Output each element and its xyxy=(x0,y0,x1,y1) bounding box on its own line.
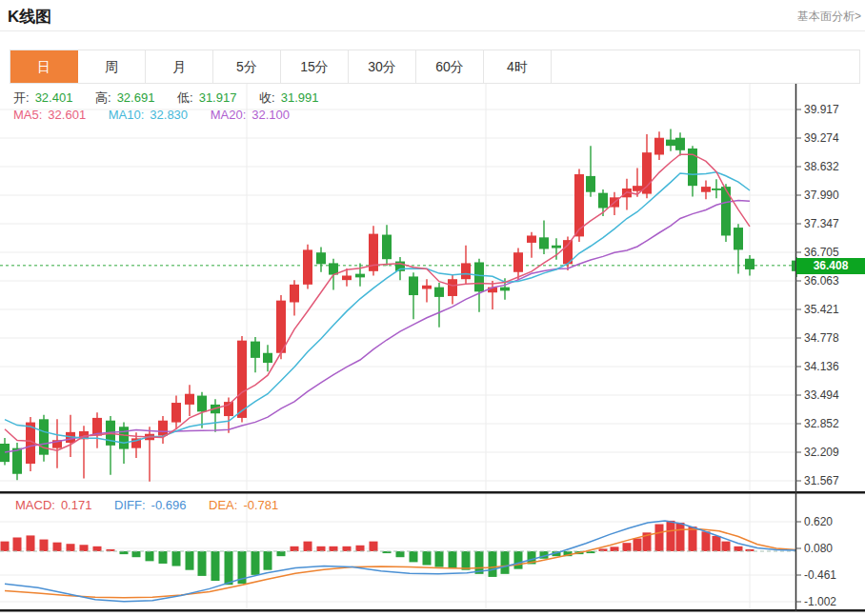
price-axis-label: 34.136 xyxy=(804,360,839,373)
price-axis-label: 36.063 xyxy=(804,274,839,288)
low-value: 31.917 xyxy=(199,90,237,105)
ma-lines xyxy=(5,154,750,452)
price-axis-label: 36.705 xyxy=(804,246,839,259)
diff-label: DIFF: xyxy=(114,498,146,512)
price-axis-label: 39.274 xyxy=(804,131,839,145)
price-axis-label: 31.567 xyxy=(804,474,839,487)
chart-frame xyxy=(0,84,865,612)
tab-week[interactable]: 周 xyxy=(78,50,146,83)
macd-axis-label: 0.080 xyxy=(804,542,833,555)
price-current-badge: 36.408 xyxy=(796,258,865,274)
kline-panel: K线图 基本面分析> 日 周 月 5分 15分 30分 60分 4时 开:32.… xyxy=(0,0,865,616)
dea-value: -0.781 xyxy=(243,498,278,512)
price-axis-label: 39.917 xyxy=(804,103,839,116)
high-label: 高: xyxy=(95,90,111,105)
price-axis-label: 37.990 xyxy=(804,189,839,202)
ohlc-legend: 开:32.401 高:32.691 低:31.917 收:31.991 xyxy=(13,89,324,107)
high-value: 32.691 xyxy=(117,90,155,105)
low-label: 低: xyxy=(177,90,193,105)
open-label: 开: xyxy=(13,90,30,105)
price-axis-label: 38.632 xyxy=(804,160,839,173)
macd-axis-label: -1.002 xyxy=(804,595,836,608)
macd-label: MACD: xyxy=(15,498,55,512)
price-axis-label: 34.778 xyxy=(804,331,839,345)
price-axis-label: 37.347 xyxy=(804,217,839,230)
tab-4hour[interactable]: 4时 xyxy=(484,50,552,83)
ma20-label: MA20: xyxy=(211,108,247,122)
fundamental-analysis-link[interactable]: 基本面分析> xyxy=(797,9,861,25)
close-label: 收: xyxy=(259,90,275,105)
price-axis-label: 32.852 xyxy=(804,417,839,430)
diff-value: -0.696 xyxy=(151,498,187,512)
tab-5min[interactable]: 5分 xyxy=(213,50,281,83)
ma10-value: 32.830 xyxy=(150,108,188,122)
ma20-value: 32.100 xyxy=(251,108,290,122)
tab-30min[interactable]: 30分 xyxy=(349,50,416,83)
ma-legend: MA5:32.601 MA10:32.830 MA20:32.100 xyxy=(13,108,295,122)
candlesticks xyxy=(0,129,801,481)
open-value: 32.401 xyxy=(35,90,73,105)
ma5-value: 32.601 xyxy=(48,108,86,122)
macd-value: 0.171 xyxy=(61,498,92,512)
dea-label: DEA: xyxy=(209,498,237,512)
macd-axis-label: -0.461 xyxy=(804,568,836,582)
price-axis-label: 32.209 xyxy=(804,446,839,459)
price-axis-label: 35.421 xyxy=(804,303,839,316)
macd-axis-label: 0.620 xyxy=(804,515,833,528)
tab-day[interactable]: 日 xyxy=(10,50,78,83)
timeframe-tabbar: 日 周 月 5分 15分 30分 60分 4时 xyxy=(10,50,860,84)
header-divider xyxy=(0,30,865,31)
price-axis-label: 33.494 xyxy=(804,388,839,402)
ma5-label: MA5: xyxy=(13,108,42,122)
tab-60min[interactable]: 60分 xyxy=(416,50,484,83)
tab-15min[interactable]: 15分 xyxy=(281,50,349,83)
macd-legend: MACD:0.171 DIFF:-0.696 DEA:-0.781 xyxy=(15,498,284,512)
ma10-label: MA10: xyxy=(109,108,145,122)
close-value: 31.991 xyxy=(281,90,319,105)
page-title: K线图 xyxy=(8,6,51,28)
tab-month[interactable]: 月 xyxy=(146,50,213,83)
